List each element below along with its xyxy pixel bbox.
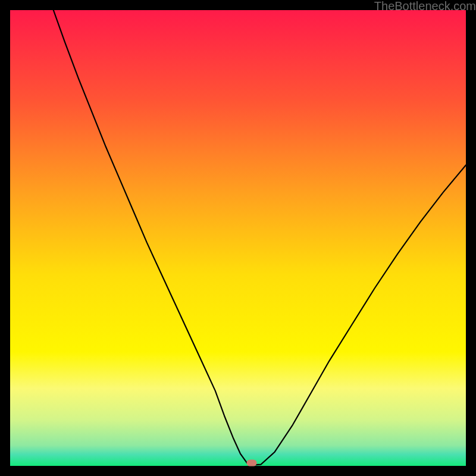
chart-frame [10,10,466,466]
optimal-point-marker [246,460,256,466]
attribution-label: TheBottleneck.com [374,0,476,13]
bottleneck-chart [10,10,466,466]
